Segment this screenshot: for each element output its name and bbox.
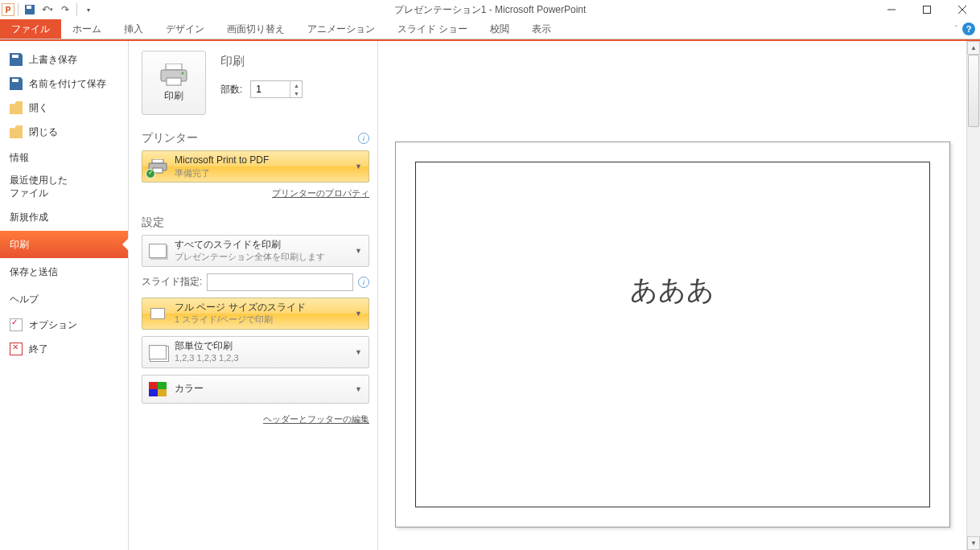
collate-main: 部単位で印刷 bbox=[175, 340, 347, 353]
tab-home[interactable]: ホーム bbox=[61, 19, 113, 39]
chevron-down-icon: ▼ bbox=[353, 348, 364, 356]
printer-properties-link[interactable]: プリンターのプロパティ bbox=[272, 188, 369, 198]
slide-title-text: あああ bbox=[416, 272, 929, 309]
nav-close[interactable]: 閉じる bbox=[0, 120, 128, 144]
ribbon-tabs: ファイル ホーム 挿入 デザイン 画面切り替え アニメーション スライド ショー… bbox=[0, 19, 980, 39]
page-icon bbox=[150, 308, 165, 319]
tab-design[interactable]: デザイン bbox=[154, 19, 216, 39]
print-heading: 印刷 bbox=[220, 54, 303, 69]
slide-range-input[interactable] bbox=[207, 273, 353, 291]
app-icon: P bbox=[2, 3, 14, 16]
saveas-icon bbox=[10, 77, 23, 90]
tab-view[interactable]: 表示 bbox=[521, 19, 562, 39]
vertical-scrollbar[interactable]: ▲ ▼ bbox=[966, 41, 980, 550]
copies-input[interactable] bbox=[251, 81, 290, 97]
preview-canvas: あああ bbox=[378, 41, 966, 550]
collate-dropdown[interactable]: 部単位で印刷 1,2,3 1,2,3 1,2,3 ▼ bbox=[142, 336, 369, 368]
tab-file[interactable]: ファイル bbox=[0, 19, 61, 39]
status-ok-icon bbox=[146, 169, 155, 179]
nav-print[interactable]: 印刷 bbox=[0, 231, 128, 258]
svg-rect-3 bbox=[924, 6, 931, 14]
tab-transitions[interactable]: 画面切り替え bbox=[216, 19, 296, 39]
nav-label: 最近使用した ファイル bbox=[10, 174, 68, 199]
layout-main: フル ページ サイズのスライド bbox=[175, 302, 347, 314]
preview-page: あああ bbox=[395, 142, 950, 527]
redo-icon[interactable]: ↷ bbox=[57, 2, 73, 18]
svg-rect-8 bbox=[167, 78, 181, 85]
spinner-up-icon[interactable]: ▲ bbox=[290, 81, 302, 89]
print-range-main: すべてのスライドを印刷 bbox=[175, 239, 347, 252]
printer-name: Microsoft Print to PDF bbox=[175, 154, 347, 167]
nav-new[interactable]: 新規作成 bbox=[0, 203, 128, 231]
nav-exit[interactable]: 終了 bbox=[0, 337, 128, 361]
chevron-down-icon: ▼ bbox=[353, 310, 364, 318]
scroll-up-icon[interactable]: ▲ bbox=[967, 41, 980, 55]
nav-options[interactable]: オプション bbox=[0, 313, 128, 337]
nav-label: 終了 bbox=[29, 343, 48, 356]
nav-label: 名前を付けて保存 bbox=[29, 77, 106, 91]
qat-separator bbox=[76, 3, 77, 16]
backstage-leftnav: 上書き保存 名前を付けて保存 開く 閉じる 情報 最近使用した ファイル 新規作… bbox=[0, 41, 129, 550]
layout-dropdown[interactable]: フル ページ サイズのスライド 1 スライド/ページで印刷 ▼ bbox=[142, 298, 369, 330]
copies-label: 部数: bbox=[220, 83, 242, 96]
scroll-down-icon[interactable]: ▼ bbox=[967, 536, 980, 550]
nav-label: 情報 bbox=[10, 151, 29, 165]
nav-help[interactable]: ヘルプ bbox=[0, 285, 128, 313]
folder-open-icon bbox=[10, 101, 23, 114]
layout-sub: 1 スライド/ページで印刷 bbox=[175, 314, 347, 325]
print-button-label: 印刷 bbox=[164, 89, 183, 103]
close-button[interactable] bbox=[945, 0, 980, 19]
window-title: プレゼンテーション1 - Microsoft PowerPoint bbox=[0, 3, 980, 17]
color-main: カラー bbox=[175, 383, 347, 396]
nav-label: 保存と送信 bbox=[10, 265, 58, 279]
print-range-dropdown[interactable]: すべてのスライドを印刷 プレゼンテーション全体を印刷します ▼ bbox=[142, 235, 369, 267]
svg-rect-6 bbox=[166, 64, 182, 70]
slides-icon bbox=[149, 244, 167, 258]
maximize-button[interactable] bbox=[909, 0, 945, 19]
nav-label: オプション bbox=[29, 318, 77, 332]
save-icon bbox=[10, 53, 23, 66]
undo-icon[interactable]: ↶▾ bbox=[39, 2, 56, 18]
nav-open[interactable]: 開く bbox=[0, 96, 128, 120]
printer-heading: プリンター bbox=[142, 131, 198, 146]
color-dropdown[interactable]: カラー ▼ bbox=[142, 375, 369, 404]
scroll-thumb[interactable] bbox=[968, 55, 979, 127]
printer-icon bbox=[159, 64, 188, 86]
settings-heading: 設定 bbox=[142, 215, 164, 230]
nav-save[interactable]: 上書き保存 bbox=[0, 47, 128, 72]
header-footer-link[interactable]: ヘッダーとフッターの編集 bbox=[263, 414, 369, 424]
info-icon[interactable]: i bbox=[358, 133, 369, 144]
save-icon[interactable] bbox=[22, 2, 38, 18]
nav-label: 上書き保存 bbox=[29, 53, 77, 67]
minimize-ribbon-icon[interactable]: ˆ bbox=[955, 25, 957, 34]
tab-animations[interactable]: アニメーション bbox=[296, 19, 386, 39]
print-button[interactable]: 印刷 bbox=[142, 51, 206, 115]
spinner-down-icon[interactable]: ▼ bbox=[290, 89, 302, 97]
tab-slideshow[interactable]: スライド ショー bbox=[386, 19, 479, 39]
minimize-button[interactable] bbox=[874, 0, 909, 19]
svg-rect-1 bbox=[27, 6, 31, 9]
printer-dropdown[interactable]: Microsoft Print to PDF 準備完了 ▼ bbox=[142, 150, 369, 183]
nav-label: 印刷 bbox=[10, 238, 29, 252]
nav-info[interactable]: 情報 bbox=[0, 144, 128, 171]
backstage-view: 上書き保存 名前を付けて保存 開く 閉じる 情報 最近使用した ファイル 新規作… bbox=[0, 41, 980, 550]
copies-spinner[interactable]: ▲ ▼ bbox=[250, 80, 303, 98]
tab-review[interactable]: 校閲 bbox=[479, 19, 521, 39]
exit-icon bbox=[10, 343, 23, 355]
nav-savesend[interactable]: 保存と送信 bbox=[0, 258, 128, 285]
svg-point-9 bbox=[182, 72, 184, 74]
chevron-down-icon: ▼ bbox=[353, 162, 364, 170]
tab-insert[interactable]: 挿入 bbox=[113, 19, 154, 39]
nav-saveas[interactable]: 名前を付けて保存 bbox=[0, 72, 128, 96]
printer-status: 準備完了 bbox=[175, 167, 347, 179]
options-icon bbox=[10, 318, 23, 331]
qat-separator bbox=[18, 3, 19, 16]
print-settings-panel: 印刷 印刷 部数: ▲ ▼ プリンター i bbox=[129, 41, 378, 550]
nav-recent[interactable]: 最近使用した ファイル bbox=[0, 171, 128, 203]
help-icon[interactable]: ? bbox=[962, 23, 975, 35]
slide-range-label: スライド指定: bbox=[142, 275, 202, 289]
chevron-down-icon: ▼ bbox=[353, 247, 364, 255]
info-icon[interactable]: i bbox=[358, 277, 369, 288]
collate-icon bbox=[149, 345, 167, 359]
qat-customize-icon[interactable]: ▾ bbox=[80, 2, 97, 18]
